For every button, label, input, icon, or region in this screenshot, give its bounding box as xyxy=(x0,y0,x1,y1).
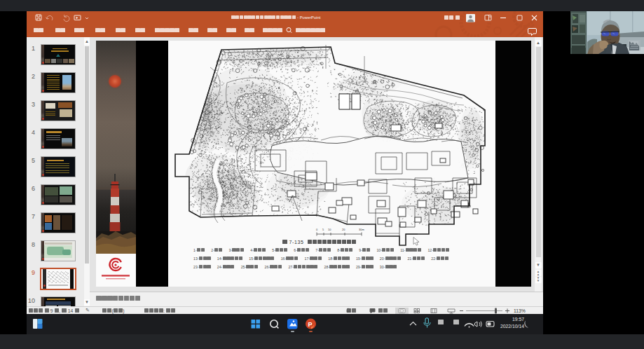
svg-text:30m: 30m xyxy=(359,228,364,231)
svg-text:10: 10 xyxy=(328,228,331,231)
svg-text:P: P xyxy=(308,321,313,328)
svg-text:20: 20 xyxy=(342,228,345,231)
